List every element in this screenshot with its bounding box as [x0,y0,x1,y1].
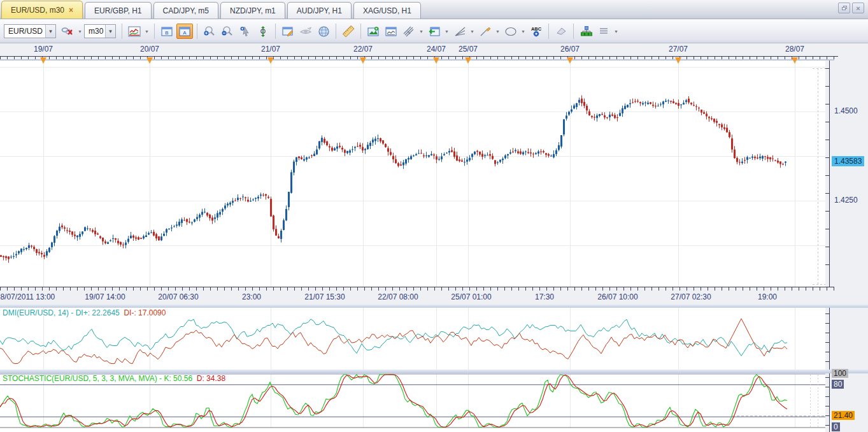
symbol-select[interactable]: EUR/USD ▼ [4,24,56,38]
eye-button[interactable] [297,24,314,39]
pitchfork-dropdown[interactable]: ▼ [418,24,425,39]
date-label: 19/07 [34,45,53,54]
stochastic-axis-label: 0 [832,422,840,431]
tab-label: CAD/JPY, m5 [163,6,209,15]
dmi-panel[interactable]: DMI(EUR/USD, 14) - DI+: 22.2645 DI-: 17.… [0,308,825,370]
tab-label: AUD/JPY, H1 [297,6,342,15]
zoom-out-icon [221,25,234,37]
date-marker-icon [675,57,681,64]
insert-indicator-icon [428,26,441,37]
image-add-button[interactable] [365,24,381,39]
time-label: 20/07 06:30 [158,292,198,301]
eraser-button[interactable] [553,24,569,39]
date-marker-icon [360,57,366,64]
svg-text:B: B [165,30,168,36]
stochastic-header: STOCHASTIC(EUR/USD, 5, 3, 3, MVA, MVA) -… [3,374,225,383]
hierarchy-button[interactable] [578,24,594,39]
fan-lines-button[interactable] [452,24,468,39]
tab-label: EUR/USD, m30 [11,6,64,15]
tab-xagusd-h1[interactable]: XAG/USD, H1 [353,2,421,18]
chevron-down-icon[interactable]: ▼ [105,25,115,38]
stochastic-d-value: D: 34.38 [197,374,225,383]
chevron-down-icon[interactable]: ▼ [45,25,55,38]
stochastic-panel[interactable]: STOCHASTIC(EUR/USD, 5, 3, 3, MVA, MVA) -… [0,373,825,432]
tile-windows-button[interactable]: B [159,24,175,39]
text-tool-button[interactable]: ABC [528,24,544,39]
pencil-line-button[interactable] [477,24,494,39]
time-label: 19/07 14:00 [85,292,125,301]
vertical-scale-button[interactable] [255,24,271,39]
edit-window-icon [281,26,294,37]
globe-button[interactable] [315,24,332,39]
candlestick-plot[interactable] [0,61,825,287]
tab-label: EUR/GBP, H1 [94,6,141,15]
chart-window-icon [385,26,397,37]
time-label: 22/07 08:00 [378,292,418,301]
time-label: 26/07 10:00 [597,292,637,301]
zoom-in-button[interactable] [201,24,218,39]
price-axis[interactable] [825,61,868,287]
ruler-button[interactable] [340,24,357,39]
dmi-header: DMI(EUR/USD, 14) - DI+: 22.2645 DI-: 17.… [3,308,166,317]
pitchfork-icon [403,25,415,37]
time-axis-bottom[interactable]: 18/07/2011 13:0019/07 14:0020/07 06:3023… [0,287,834,305]
time-label: 18/07/2011 13:00 [0,292,55,301]
timeframe-select[interactable]: m30 ▼ [84,24,116,38]
pointer-zoom-icon [239,25,251,37]
globe-icon [318,25,330,38]
insert-indicator-button[interactable] [426,24,443,39]
unlink-dropdown[interactable]: ▼ [76,24,83,39]
close-window-button[interactable]: × [852,3,864,13]
tab-nzdjpy-m1[interactable]: NZD/JPY, m1 [220,2,285,18]
pencil-line-dropdown[interactable]: ▼ [494,24,501,39]
eraser-icon [555,26,567,36]
restore-window-button[interactable] [838,3,850,13]
axis-ticks [0,287,834,291]
list-menu-button[interactable] [595,24,612,39]
hierarchy-icon [580,25,592,37]
chart-tab-bar: EUR/USD, m30 × EUR/GBP, H1 CAD/JPY, m5 N… [0,0,868,19]
chart-type-dropdown[interactable]: ▼ [143,24,150,39]
ellipse-tool-icon [504,27,517,36]
edit-window-button[interactable] [280,24,296,39]
stochastic-axis-label: 80 [832,380,844,389]
vertical-scale-icon [258,25,268,38]
zoom-out-button[interactable] [219,24,236,39]
time-label: 23:00 [242,292,261,301]
chart-type-button[interactable] [126,24,143,39]
price-axis-ticks [825,68,830,282]
active-chart-icon: A [178,26,191,37]
date-marker-icon [433,57,439,64]
stochastic-k-value: K: 50.56 [164,374,192,383]
chart-window-button[interactable] [383,24,399,39]
date-marker-icon [146,57,153,64]
date-label: 22/07 [353,45,373,54]
list-menu-icon [599,27,609,36]
text-tool-icon: ABC [530,25,543,38]
pitchfork-button[interactable] [401,24,417,39]
active-chart-button[interactable]: A [176,24,193,39]
main-price-chart[interactable] [0,61,825,287]
date-axis-top: 19/0720/0721/0722/0724/0725/0726/0727/07… [0,43,868,61]
chart-toolbar: EUR/USD ▼ ▼ m30 ▼ ▼ B A [0,20,868,43]
date-marker-icon [465,57,471,64]
unlink-button[interactable] [59,24,76,39]
pointer-zoom-button[interactable] [237,24,253,39]
fan-lines-dropdown[interactable]: ▼ [469,24,476,39]
window-controls: × [838,3,864,13]
tab-eurusd-m30[interactable]: EUR/USD, m30 × [1,1,83,18]
tab-audjpy-h1[interactable]: AUD/JPY, H1 [287,2,352,18]
stochastic-axis-label: 100 [832,369,848,378]
tile-windows-icon: B [160,26,173,37]
tab-cadjpy-m5[interactable]: CAD/JPY, m5 [153,2,218,18]
zoom-in-icon [203,25,216,37]
tab-close-icon[interactable]: × [69,6,73,15]
insert-indicator-dropdown[interactable]: ▼ [443,24,450,39]
timeframe-value: m30 [85,27,105,36]
dmi-di-plus-value: DI+: 22.2645 [76,308,120,317]
list-menu-dropdown[interactable]: ▼ [613,24,620,39]
ellipse-tool-dropdown[interactable]: ▼ [520,24,527,39]
date-marker-icon [567,57,573,64]
ellipse-tool-button[interactable] [502,24,519,39]
tab-eurgbp-h1[interactable]: EUR/GBP, H1 [85,2,151,18]
